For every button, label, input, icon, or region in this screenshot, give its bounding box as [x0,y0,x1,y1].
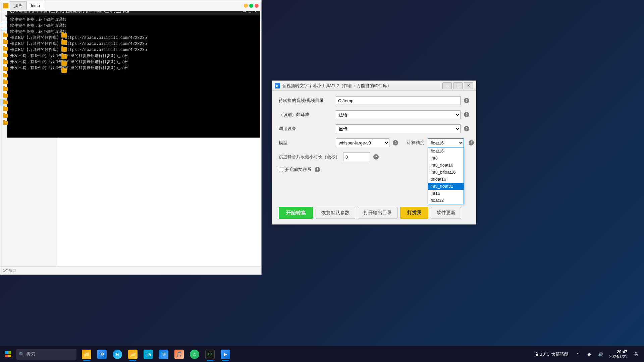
folder-icon [3,54,8,57]
folder-icon [3,40,8,44]
cmd-line-4: 作者B站【万能君的软件库】：https://space.bilibili.com… [10,35,257,41]
file-folder-icon [61,54,67,59]
start-button-taskbar[interactable] [0,346,16,362]
folder-icon [3,107,8,111]
snowflake-app-icon: ❄ [97,350,107,359]
taskbar-app-explorer[interactable]: 📁 [79,347,94,362]
precision-help-icon[interactable]: ? [469,140,474,145]
taskbar-search-text: 搜索 [26,351,35,357]
dropdown-item-int8-bfloat16[interactable]: int8_bfloat16 [428,169,464,176]
subtitle-taskbar-icon: ▶ [221,350,230,359]
taskbar-app-7[interactable]: ☺ [187,347,202,362]
taskbar-app-browser[interactable]: e [110,347,125,362]
context-help-icon[interactable]: ? [315,167,320,172]
translate-row: （识别）翻译成 中文 英文 法语 日语 韩语 德语 ? [279,110,469,119]
folder-icon [3,94,8,98]
network-icon[interactable] [584,349,595,360]
taskbar-app-mail[interactable]: ✉ [156,347,171,362]
precision-select[interactable]: float16 int8 int8_float16 int8_bfloat16 … [428,138,464,147]
taskbar: 🔍 搜索 📁 ❄ e [0,346,644,362]
file-folder-icon [61,68,67,73]
folder-icon [3,121,8,125]
dropdown-item-int8[interactable]: int8 [428,155,464,162]
update-button[interactable]: 软件更新 [431,207,461,219]
explorer-window-controls [244,4,259,8]
context-checkbox[interactable] [279,168,283,172]
start-button[interactable]: 开始转换 [279,207,313,219]
dropdown-item-float32[interactable]: float32 [428,197,464,204]
file-folder-icon [61,40,67,45]
weather-widget[interactable]: 🌤 18°C 大部晴朗 [532,351,571,357]
silence-input[interactable] [343,153,370,161]
cmd-line-8: 开发不易，有条件的可以点击软件里的打赏按钮进行打赏0(∩_∩)0 [10,59,257,65]
precision-wrapper: float16 int8 int8_float16 int8_bfloat16 … [428,138,464,147]
media-app-icon: 🎵 [174,350,184,359]
taskbar-app-cmd[interactable]: C:\ [203,347,217,362]
taskbar-app-subtitle[interactable]: ▶ [218,347,233,362]
svg-rect-1 [8,351,11,354]
folder-icon [3,47,8,51]
directory-input[interactable] [336,96,461,105]
cmd-window: C:\音视频转文字字幕小工具V1.2\音视频转文字字幕小工具V1.2.exe ─… [7,7,260,138]
dropdown-item-int8-float32[interactable]: int8_float32 [428,183,464,190]
explorer-active-indicator [83,360,90,361]
status-text: 1个项目 [3,268,16,273]
device-select[interactable]: CPU 显卡 [336,124,461,133]
file-folder-icon [61,33,67,38]
tab-player[interactable]: 播放 [10,1,26,10]
explorer-minimize[interactable] [244,4,248,8]
cmd-line-6: 作者B站【万能君的软件库】：https://space.bilibili.com… [10,47,257,53]
tab-temp[interactable]: temp [26,2,44,9]
dropdown-item-int8-float16[interactable]: int8_float16 [428,162,464,169]
browser-app-icon: e [113,350,122,359]
folder-icon [3,80,8,84]
language-icon[interactable]: 英 [631,349,641,360]
temp-app-icon: 📂 [128,350,138,359]
silence-help-icon[interactable]: ? [373,154,379,160]
model-help-icon[interactable]: ? [393,140,398,145]
taskbar-app-media[interactable]: 🎵 [172,347,186,362]
device-help-icon[interactable]: ? [464,126,469,131]
cmd-line-1: 软件完全免费，花了钱的请退款 [10,17,257,23]
tool-close-button[interactable]: ✕ [464,82,473,89]
taskbar-app-store[interactable]: 🛍 [141,347,156,362]
tool-content: 待转换的音频/视频目录 ? （识别）翻译成 中文 英文 法语 日语 韩语 德语 … [272,91,476,204]
tool-minimize-button[interactable]: ─ [442,82,452,89]
weather-icon: 🌤 [534,352,539,357]
cmd-line-3: 软件完全免费，花了钱的请退款 [10,29,257,35]
directory-help-icon[interactable]: ? [464,98,469,103]
taskbar-search[interactable]: 🔍 搜索 [16,349,76,360]
taskbar-search-icon: 🔍 [19,352,24,357]
translate-select[interactable]: 中文 英文 法语 日语 韩语 德语 [336,110,461,119]
file-folder-icon [61,47,67,52]
dropdown-item-float16[interactable]: float16 [428,147,464,155]
svg-rect-3 [8,355,11,357]
taskbar-app-snowflake[interactable]: ❄ [95,347,109,362]
folder-icon [3,101,8,104]
translate-label: （识别）翻译成 [279,112,332,118]
svg-rect-2 [5,355,8,357]
taskbar-right: 🌤 18°C 大部晴朗 ^ 🔊 20:47 2024/1/21 英 [529,349,644,360]
tool-title-label: 音视频转文字字幕小工具V1.2（作者：万能君的软件库） [282,83,391,89]
sound-icon[interactable]: 🔊 [595,349,606,360]
reset-button[interactable]: 恢复默认参数 [316,207,355,219]
dropdown-item-int16[interactable]: int16 [428,190,464,197]
donate-button[interactable]: 打赏我 [400,207,428,219]
context-label[interactable]: 开启前文联系 [279,167,311,173]
directory-label: 待转换的音频/视频目录 [279,98,332,104]
tool-maximize-button[interactable]: □ [453,82,463,89]
taskbar-clock[interactable]: 20:47 2024/1/21 [607,350,629,359]
translate-help-icon[interactable]: ? [464,112,469,117]
output-button[interactable]: 打开输出目录 [358,207,397,219]
svg-rect-0 [5,351,8,354]
taskbar-app-temp[interactable]: 📂 [125,347,140,362]
windows-icon [5,351,11,358]
explorer-close[interactable] [255,4,259,8]
cmd-taskbar-icon: C:\ [205,350,215,359]
chevron-up-icon[interactable]: ^ [573,349,583,360]
dropdown-item-bfloat16[interactable]: bfloat16 [428,176,464,183]
explorer-maximize[interactable] [249,4,253,8]
tool-app-icon: ▶ [275,83,280,88]
model-select[interactable]: whisper-tiny whisper-base whisper-small … [336,138,389,147]
cmd-line-9: 开发不易，有条件的可以点击软件里的打赏按钮进行打赏0(∩_∩)0 [10,65,257,71]
